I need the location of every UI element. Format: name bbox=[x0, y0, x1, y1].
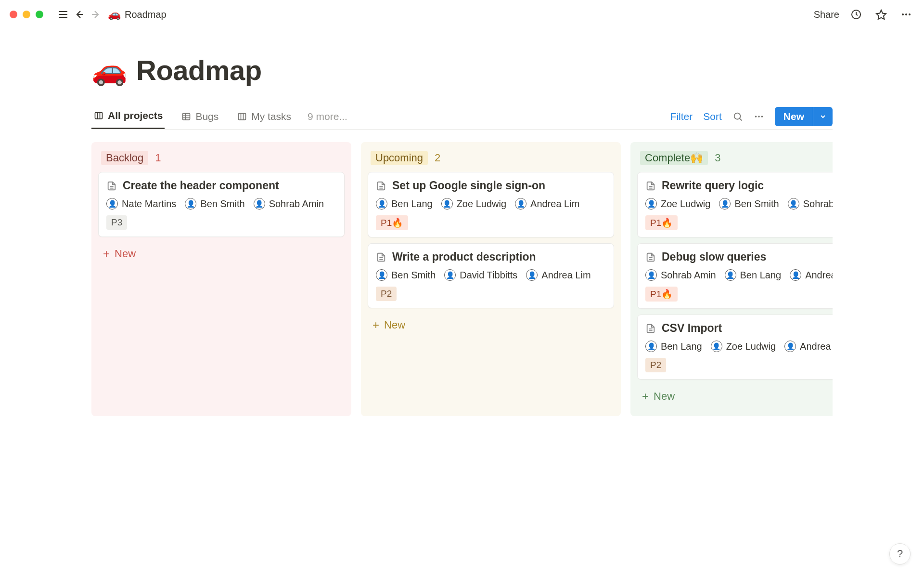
page-title[interactable]: Roadmap bbox=[136, 54, 262, 86]
nav-back-button[interactable] bbox=[71, 6, 88, 23]
add-card-button[interactable]: + New bbox=[96, 243, 346, 265]
nav-forward-button[interactable] bbox=[88, 6, 104, 23]
sort-button[interactable]: Sort bbox=[703, 111, 722, 122]
priority-badge: P3 bbox=[106, 215, 127, 230]
card[interactable]: CSV Import 👤Ben Lang 👤Zoe Ludwig 👤Andrea… bbox=[637, 315, 833, 380]
svg-point-23 bbox=[758, 116, 760, 118]
arrow-right-icon bbox=[90, 9, 102, 20]
tab-label: Bugs bbox=[195, 111, 218, 122]
svg-rect-13 bbox=[183, 113, 190, 119]
column-count: 1 bbox=[155, 152, 161, 164]
avatar: 👤 bbox=[790, 269, 801, 281]
avatar: 👤 bbox=[185, 198, 196, 210]
tab-bugs[interactable]: Bugs bbox=[179, 104, 220, 129]
card[interactable]: Write a product description 👤Ben Smith 👤… bbox=[368, 243, 614, 308]
assignee: 👤Sohrab Amin bbox=[645, 269, 716, 281]
assignee: 👤Zoe Ludwig bbox=[441, 198, 506, 210]
plus-icon: + bbox=[642, 391, 649, 402]
view-options-button[interactable] bbox=[754, 111, 764, 122]
page-icon bbox=[376, 181, 386, 191]
assignee: 👤Sohrab Amin bbox=[254, 198, 324, 210]
window-minimize-dot[interactable] bbox=[23, 11, 30, 18]
column-count: 2 bbox=[435, 152, 440, 164]
card[interactable]: Debug slow queries 👤Sohrab Amin 👤Ben Lan… bbox=[637, 243, 833, 309]
page-content: 🚗 Roadmap All projects Bugs My tasks 9 m… bbox=[0, 29, 924, 416]
window-traffic-lights bbox=[10, 11, 43, 18]
card-assignees: 👤Zoe Ludwig 👤Ben Smith 👤Sohrab Amin bbox=[645, 198, 833, 210]
avatar: 👤 bbox=[719, 198, 731, 210]
assignee: 👤Ben Lang bbox=[725, 269, 782, 281]
updates-button[interactable] bbox=[848, 6, 864, 23]
svg-point-7 bbox=[902, 13, 904, 15]
page-icon[interactable]: 🚗 bbox=[91, 53, 128, 87]
column-header[interactable]: Upcoming 2 bbox=[366, 149, 616, 172]
new-button-dropdown[interactable] bbox=[813, 107, 833, 126]
column-complete: Complete🙌 3 Rewrite query logic 👤Zoe Lud… bbox=[630, 142, 833, 416]
page-icon bbox=[645, 323, 656, 334]
priority-badge: P2 bbox=[645, 358, 666, 372]
ellipsis-icon bbox=[754, 111, 764, 122]
avatar: 👤 bbox=[788, 198, 799, 210]
search-button[interactable] bbox=[732, 111, 743, 122]
help-button[interactable]: ? bbox=[889, 543, 911, 565]
avatar: 👤 bbox=[106, 198, 118, 210]
svg-point-22 bbox=[755, 116, 757, 118]
assignee: 👤Ben Smith bbox=[185, 198, 244, 210]
card-assignees: 👤Ben Lang 👤Zoe Ludwig 👤Andrea Lim bbox=[645, 341, 833, 352]
board-icon bbox=[237, 111, 247, 122]
board-icon bbox=[93, 110, 104, 121]
card-title-text: Debug slow queries bbox=[662, 250, 766, 263]
card[interactable]: Set up Google single sign-on 👤Ben Lang 👤… bbox=[368, 172, 614, 237]
card-title-text: Rewrite query logic bbox=[662, 179, 764, 192]
assignee: 👤Sohrab Amin bbox=[788, 198, 833, 210]
star-icon bbox=[875, 9, 887, 20]
more-views-button[interactable]: 9 more... bbox=[308, 111, 347, 122]
breadcrumb[interactable]: 🚗 Roadmap bbox=[108, 8, 167, 21]
column-label: Upcoming bbox=[371, 151, 428, 165]
add-card-button[interactable]: + New bbox=[635, 385, 833, 407]
assignee: 👤Andrea Lim bbox=[526, 269, 590, 281]
chevron-down-icon bbox=[819, 113, 827, 120]
assignee: 👤Zoe Ludwig bbox=[645, 198, 710, 210]
column-header[interactable]: Backlog 1 bbox=[96, 149, 346, 172]
column-label: Complete🙌 bbox=[640, 151, 708, 165]
svg-point-20 bbox=[734, 113, 740, 119]
avatar: 👤 bbox=[441, 198, 453, 210]
card-assignees: 👤Ben Smith 👤David Tibbitts 👤Andrea Lim bbox=[376, 269, 606, 281]
new-button[interactable]: New bbox=[775, 107, 813, 126]
plus-icon: + bbox=[103, 248, 110, 260]
arrow-left-icon bbox=[74, 9, 85, 20]
window-close-dot[interactable] bbox=[10, 11, 17, 18]
view-tabs: All projects Bugs My tasks 9 more... Fil… bbox=[91, 104, 833, 130]
add-card-button[interactable]: + New bbox=[366, 314, 616, 336]
share-button[interactable]: Share bbox=[814, 9, 839, 20]
column-header[interactable]: Complete🙌 3 bbox=[635, 149, 833, 172]
page-icon bbox=[106, 181, 117, 191]
assignee: 👤Andrea Lim bbox=[784, 341, 833, 352]
assignee: 👤Andrea Lim bbox=[790, 269, 833, 281]
card[interactable]: Rewrite query logic 👤Zoe Ludwig 👤Ben Smi… bbox=[637, 172, 833, 237]
card[interactable]: Create the header component 👤Nate Martin… bbox=[98, 172, 345, 237]
tab-label: All projects bbox=[108, 110, 163, 121]
sidebar-toggle-button[interactable] bbox=[55, 6, 71, 23]
help-label: ? bbox=[897, 548, 903, 560]
avatar: 👤 bbox=[645, 269, 657, 281]
ellipsis-icon bbox=[900, 9, 912, 20]
card-title-text: Write a product description bbox=[392, 250, 536, 263]
avatar: 👤 bbox=[254, 198, 265, 210]
assignee: 👤Ben Smith bbox=[719, 198, 779, 210]
window-zoom-dot[interactable] bbox=[36, 11, 43, 18]
svg-rect-17 bbox=[239, 113, 246, 119]
more-menu-button[interactable] bbox=[898, 6, 914, 23]
new-button-group: New bbox=[775, 107, 833, 126]
tab-my-tasks[interactable]: My tasks bbox=[235, 104, 293, 129]
favorite-button[interactable] bbox=[873, 6, 889, 23]
filter-button[interactable]: Filter bbox=[670, 111, 693, 122]
svg-point-24 bbox=[761, 116, 763, 118]
add-card-label: New bbox=[115, 248, 136, 260]
tab-all-projects[interactable]: All projects bbox=[91, 104, 165, 129]
breadcrumb-title: Roadmap bbox=[125, 9, 167, 20]
svg-point-9 bbox=[909, 13, 911, 15]
avatar: 👤 bbox=[444, 269, 456, 281]
avatar: 👤 bbox=[645, 198, 657, 210]
